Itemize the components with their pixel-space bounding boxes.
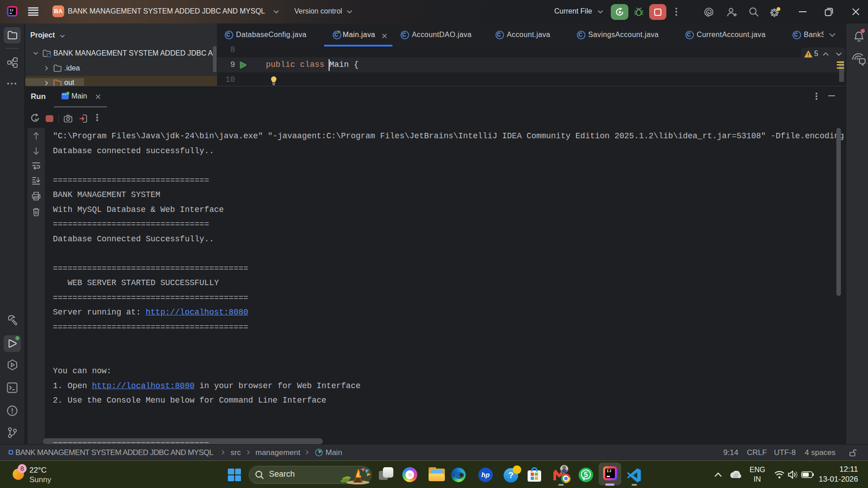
svg-text:IJ: IJ	[9, 9, 13, 12]
